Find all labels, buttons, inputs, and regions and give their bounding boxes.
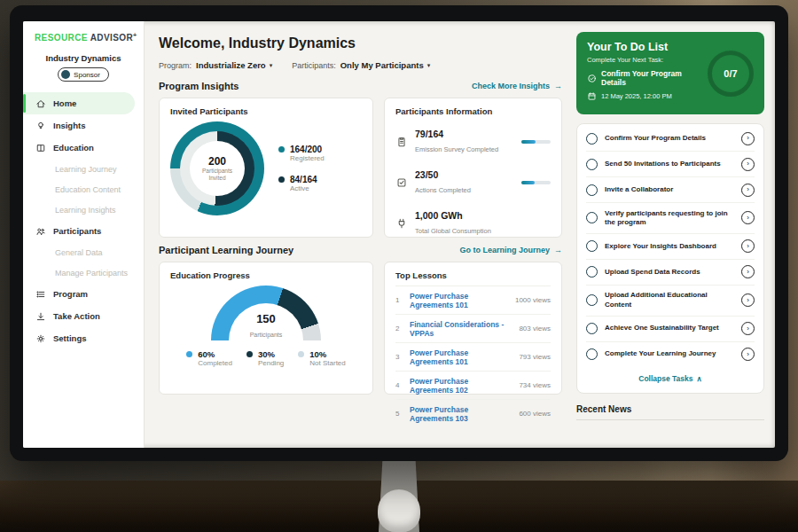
legend-label: Not Started [309,359,345,367]
chevron-right-icon[interactable]: › [741,322,755,335]
todo-next-task[interactable]: Confirm Your Program Details [587,69,702,87]
lesson-link[interactable]: Power Purchase Agreements 103 [410,405,512,423]
task-checkbox[interactable] [586,159,598,170]
lesson-views: 793 views [519,353,551,361]
legend-label: Active [290,184,309,192]
info-row-emission-survey: 79/164 Emission Survey Completed [395,121,551,162]
task-row[interactable]: Upload Spend Data Records › [586,260,755,286]
legend-dot-teal [278,146,285,153]
section-title: Participant Learning Journey [159,245,293,255]
sponsor-badge[interactable]: Sponsor [58,67,109,82]
learning-journey-cards: Education Progress 150 Participants [159,262,562,395]
task-row[interactable]: Complete Your Learning Journey › [586,342,755,367]
lesson-link[interactable]: Power Purchase Agreements 102 [410,377,512,395]
lesson-link[interactable]: Financial Considerations - VPPAs [410,320,512,338]
task-checkbox[interactable] [586,348,598,360]
lesson-rank: 4 [395,381,403,389]
task-checkbox[interactable] [586,266,598,278]
collapse-tasks-button[interactable]: Collapse Tasks∧ [586,367,755,391]
task-row[interactable]: Send 50 Invitations to Participants › [586,152,755,177]
task-checkbox[interactable] [586,184,598,196]
sidebar-item-learning-journey[interactable]: Learning Journey [23,159,144,179]
lesson-rank: 2 [395,325,403,332]
task-row[interactable]: Achieve One Sustainability Target › [586,317,755,342]
sidebar-item-home[interactable]: Home [23,92,135,114]
sponsor-icon [61,70,70,79]
chevron-right-icon[interactable]: › [741,239,755,253]
chevron-right-icon[interactable]: › [741,293,755,307]
lesson-row: 2 Financial Considerations - VPPAs 803 v… [395,315,551,343]
education-progress-card: Education Progress 150 Participants [159,262,373,395]
task-row[interactable]: Explore Your Insights Dashboard › [586,234,755,260]
legend-item-not-started: 10%Not Started [298,349,345,367]
sidebar-item-participants[interactable]: Participants [23,220,144,242]
page-title: Welcome, Industry Dynamics [159,35,562,51]
checklist-icon [395,176,408,189]
sidebar-item-label: Insights [53,121,85,130]
task-checkbox[interactable] [586,212,598,223]
legend-item-registered: 164/200Registered [278,145,325,162]
lesson-row: 4 Power Purchase Agreements 102 734 view… [395,372,551,400]
sidebar-item-insights[interactable]: Insights [23,114,144,137]
task-checkbox[interactable] [586,323,598,334]
legend-value: 60% [198,349,232,359]
task-row[interactable]: Upload Additional Educational Content › [586,286,755,317]
task-row[interactable]: Verify participants requesting to join t… [586,203,755,234]
sidebar-item-education[interactable]: Education [23,137,144,159]
sidebar-item-general-data[interactable]: General Data [23,242,144,262]
sidebar-item-manage-participants[interactable]: Manage Participants [23,262,144,283]
info-label: Total Global Consumption [415,227,491,235]
lesson-row: 1 Power Purchase Agreements 101 1000 vie… [395,286,551,315]
participants-select[interactable]: Participants: Only My Participants ▾ [292,60,430,70]
plug-icon [395,217,408,230]
todo-progress-ring: 0/7 [708,51,754,97]
gear-icon [35,333,46,344]
program-select[interactable]: Program: Industrialize Zero ▾ [159,60,272,70]
sidebar-item-learning-insights[interactable]: Learning Insights [23,200,144,220]
task-checkbox[interactable] [586,294,598,306]
legend-item-active: 84/164Active [278,175,325,192]
chevron-right-icon[interactable]: › [741,184,755,197]
chevron-down-icon: ▾ [270,62,273,69]
sidebar-nav: Home Insights Education Learning Journey [23,92,144,448]
desk-photo-background: RESOURCE ADVISOR+ Industry Dynamics Spon… [0,0,798,532]
chevron-right-icon[interactable]: › [741,158,755,171]
sidebar-item-take-action[interactable]: Take Action [23,305,144,327]
sidebar: RESOURCE ADVISOR+ Industry Dynamics Spon… [23,21,145,448]
go-to-learning-journey-link[interactable]: Go to Learning Journey → [459,246,562,254]
legend-dot-gray [298,351,304,357]
gauge-center-value: 150 [211,313,321,325]
chevron-right-icon[interactable]: › [741,348,755,361]
sidebar-item-label: Learning Insights [55,206,116,215]
task-row[interactable]: Confirm Your Program Details › [586,126,755,152]
education-progress-gauge-chart: 150 Participants [211,286,321,340]
recent-news-title: Recent News [576,404,631,414]
sidebar-item-program[interactable]: Program [23,283,144,305]
sidebar-item-label: Take Action [53,311,100,321]
legend-dot-blue [186,351,192,357]
chevron-right-icon[interactable]: › [741,265,755,278]
program-select-label: Program: [159,61,192,70]
task-checkbox[interactable] [586,133,598,145]
sidebar-item-settings[interactable]: Settings [23,327,144,349]
todo-title: Your To Do List [587,41,702,53]
logo-plus: + [133,32,137,38]
lesson-link[interactable]: Power Purchase Agreements 101 [410,292,508,309]
legend-item-pending: 30%Pending [246,349,284,367]
card-title: Top Lessons [395,270,551,286]
lesson-link[interactable]: Power Purchase Agreements 101 [410,348,512,366]
sidebar-item-education-content[interactable]: Education Content [23,179,144,200]
task-checkbox[interactable] [586,240,598,252]
link-label: Check More Insights [472,82,550,90]
logo-advisor: ADVISOR [90,33,133,43]
legend-label: Completed [198,359,232,367]
lesson-rank: 1 [395,296,403,304]
task-label: Invite a Collaborator [605,185,734,194]
lightbulb-icon [35,121,46,131]
org-name: Industry Dynamics [23,53,144,63]
check-more-insights-link[interactable]: Check More Insights → [472,82,562,90]
info-value: 1,000 GWh [415,210,514,221]
task-row[interactable]: Invite a Collaborator › [586,177,755,203]
chevron-right-icon[interactable]: › [741,132,755,145]
chevron-right-icon[interactable]: › [741,211,755,224]
